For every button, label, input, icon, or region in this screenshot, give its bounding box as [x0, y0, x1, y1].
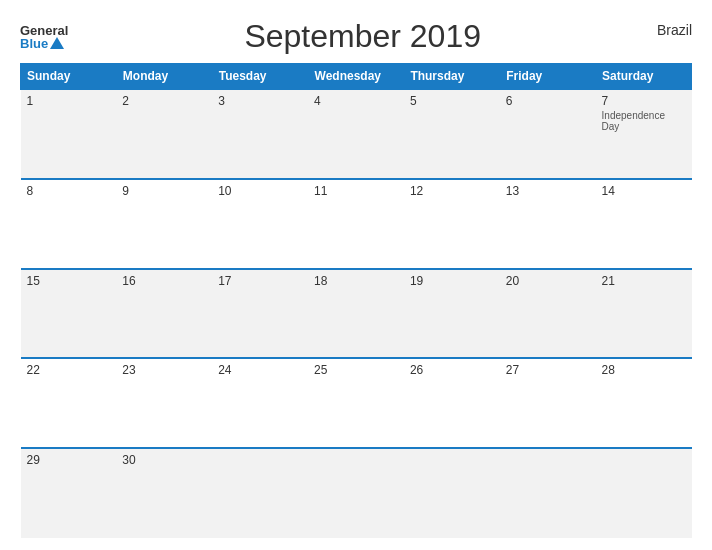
day-cell: 8: [21, 179, 117, 269]
day-number: 14: [602, 184, 686, 198]
day-cell: 26: [404, 358, 500, 448]
day-cell: 23: [116, 358, 212, 448]
day-cell: 2: [116, 89, 212, 179]
day-cell: 28: [596, 358, 692, 448]
day-number: 3: [218, 94, 302, 108]
day-cell: 19: [404, 269, 500, 359]
day-cell: 25: [308, 358, 404, 448]
day-number: 15: [27, 274, 111, 288]
day-number: 21: [602, 274, 686, 288]
day-cell: 30: [116, 448, 212, 538]
day-cell: 6: [500, 89, 596, 179]
day-cell: 21: [596, 269, 692, 359]
calendar-page: General Blue September 2019 Brazil Sunda…: [0, 0, 712, 550]
day-cell: 3: [212, 89, 308, 179]
calendar-title: September 2019: [68, 18, 657, 55]
day-cell: [404, 448, 500, 538]
day-number: 16: [122, 274, 206, 288]
calendar-table: Sunday Monday Tuesday Wednesday Thursday…: [20, 63, 692, 538]
day-number: 27: [506, 363, 590, 377]
header-saturday: Saturday: [596, 64, 692, 90]
day-cell: 18: [308, 269, 404, 359]
holiday-label: Independence Day: [602, 110, 686, 132]
day-number: 6: [506, 94, 590, 108]
day-cell: 9: [116, 179, 212, 269]
day-cell: 16: [116, 269, 212, 359]
weekday-header-row: Sunday Monday Tuesday Wednesday Thursday…: [21, 64, 692, 90]
day-cell: 5: [404, 89, 500, 179]
day-cell: 13: [500, 179, 596, 269]
country-label: Brazil: [657, 22, 692, 38]
day-number: 11: [314, 184, 398, 198]
day-number: 13: [506, 184, 590, 198]
logo-general-text: General: [20, 24, 68, 37]
week-row-3: 15161718192021: [21, 269, 692, 359]
day-cell: [500, 448, 596, 538]
day-number: 22: [27, 363, 111, 377]
day-cell: 10: [212, 179, 308, 269]
day-cell: 29: [21, 448, 117, 538]
day-number: 23: [122, 363, 206, 377]
day-number: 7: [602, 94, 686, 108]
week-row-5: 2930: [21, 448, 692, 538]
day-number: 26: [410, 363, 494, 377]
logo: General Blue: [20, 24, 68, 50]
logo-blue-text: Blue: [20, 37, 64, 50]
header: General Blue September 2019 Brazil: [20, 18, 692, 55]
day-cell: [212, 448, 308, 538]
week-row-2: 891011121314: [21, 179, 692, 269]
day-cell: 27: [500, 358, 596, 448]
day-cell: 17: [212, 269, 308, 359]
day-number: 9: [122, 184, 206, 198]
day-number: 29: [27, 453, 111, 467]
header-wednesday: Wednesday: [308, 64, 404, 90]
day-cell: 20: [500, 269, 596, 359]
day-number: 18: [314, 274, 398, 288]
logo-triangle-icon: [50, 37, 64, 49]
day-cell: 14: [596, 179, 692, 269]
day-number: 10: [218, 184, 302, 198]
header-monday: Monday: [116, 64, 212, 90]
day-number: 30: [122, 453, 206, 467]
header-tuesday: Tuesday: [212, 64, 308, 90]
day-cell: 1: [21, 89, 117, 179]
day-number: 20: [506, 274, 590, 288]
header-sunday: Sunday: [21, 64, 117, 90]
week-row-1: 1234567Independence Day: [21, 89, 692, 179]
day-cell: [308, 448, 404, 538]
day-number: 12: [410, 184, 494, 198]
day-number: 4: [314, 94, 398, 108]
day-number: 28: [602, 363, 686, 377]
day-number: 8: [27, 184, 111, 198]
day-number: 1: [27, 94, 111, 108]
day-cell: 4: [308, 89, 404, 179]
day-cell: 22: [21, 358, 117, 448]
day-number: 19: [410, 274, 494, 288]
day-number: 5: [410, 94, 494, 108]
day-cell: 15: [21, 269, 117, 359]
week-row-4: 22232425262728: [21, 358, 692, 448]
day-number: 24: [218, 363, 302, 377]
header-thursday: Thursday: [404, 64, 500, 90]
day-cell: 24: [212, 358, 308, 448]
day-number: 25: [314, 363, 398, 377]
header-friday: Friday: [500, 64, 596, 90]
day-cell: 7Independence Day: [596, 89, 692, 179]
day-cell: 12: [404, 179, 500, 269]
day-cell: 11: [308, 179, 404, 269]
day-cell: [596, 448, 692, 538]
day-number: 17: [218, 274, 302, 288]
day-number: 2: [122, 94, 206, 108]
